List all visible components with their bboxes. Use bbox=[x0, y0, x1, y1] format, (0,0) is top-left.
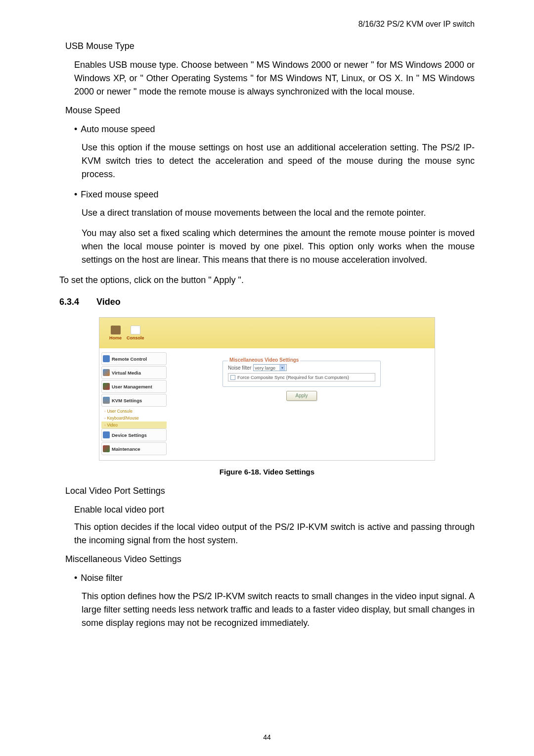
page-header: 8/16/32 PS/2 KVM over IP switch bbox=[59, 20, 475, 29]
auto-speed-bullet: Auto mouse speed bbox=[74, 123, 475, 136]
page-number: 44 bbox=[0, 733, 534, 741]
usb-mouse-body: Enables USB mouse type. Choose between "… bbox=[74, 58, 475, 98]
nav-device-settings[interactable]: Device Settings bbox=[101, 428, 167, 441]
virtual-media-icon bbox=[103, 369, 110, 376]
ss-body: Remote Control Virtual Media User Manage… bbox=[99, 348, 435, 461]
misc-video-title: Miscellaneous Video Settings bbox=[65, 554, 475, 565]
nav-device-label: Device Settings bbox=[112, 432, 147, 438]
figure-caption: Figure 6-18. Video Settings bbox=[99, 468, 435, 476]
misc-video-fieldset: Miscellaneous Video Settings Noise filte… bbox=[222, 361, 381, 387]
ss-main-panel: Miscellaneous Video Settings Noise filte… bbox=[169, 348, 435, 461]
nav-remote-label: Remote Control bbox=[112, 356, 147, 362]
apply-button[interactable]: Apply bbox=[286, 391, 317, 401]
console-icon bbox=[131, 326, 140, 334]
nav-sub-user-console-label: User Console bbox=[107, 409, 133, 414]
nav-kvm-label: KVM Settings bbox=[112, 398, 142, 403]
fixed-speed-body2: You may also set a fixed scaling which d… bbox=[82, 227, 475, 267]
noise-filter-value: very large bbox=[255, 365, 275, 371]
nav-user-management[interactable]: User Management bbox=[101, 380, 167, 393]
section-heading: 6.3.4 Video bbox=[59, 297, 475, 307]
kvm-settings-icon bbox=[103, 397, 110, 404]
noise-filter-body: This option defines how the PS/2 IP-KVM … bbox=[82, 590, 475, 630]
figure-container: Home Console Remote Control Virtual Medi… bbox=[99, 317, 435, 476]
section-number: 6.3.4 bbox=[59, 297, 79, 307]
nav-user-label: User Management bbox=[112, 384, 152, 389]
local-video-body: This option decides if the local video o… bbox=[74, 520, 475, 547]
nav-maint-label: Maintenance bbox=[112, 446, 140, 452]
usb-mouse-title: USB Mouse Type bbox=[65, 41, 475, 51]
nav-maintenance[interactable]: Maintenance bbox=[101, 442, 167, 455]
nav-media-label: Virtual Media bbox=[112, 370, 141, 376]
nav-sub-user-console[interactable]: ◦ User Console bbox=[101, 408, 167, 415]
nav-remote-control[interactable]: Remote Control bbox=[101, 352, 167, 365]
fieldset-legend: Miscellaneous Video Settings bbox=[228, 357, 300, 363]
force-composite-row: Force Composite Sync (Required for Sun C… bbox=[228, 373, 375, 381]
tab-console[interactable]: Console bbox=[127, 326, 144, 340]
nav-sub-keyboard[interactable]: ◦ Keyboard/Mouse bbox=[101, 415, 167, 422]
tab-console-label: Console bbox=[127, 335, 144, 340]
force-composite-checkbox[interactable] bbox=[230, 375, 235, 380]
chevron-down-icon: ▾ bbox=[279, 365, 285, 371]
apply-instructions: To set the options, click on the button … bbox=[59, 274, 475, 287]
fixed-speed-bullet: Fixed mouse speed bbox=[74, 188, 475, 201]
ss-header: Home Console bbox=[99, 318, 435, 348]
mouse-speed-title: Mouse Speed bbox=[65, 105, 475, 116]
noise-filter-label: Noise filter bbox=[228, 365, 251, 371]
noise-filter-bullet: Noise filter bbox=[74, 571, 475, 585]
device-settings-icon bbox=[103, 431, 110, 438]
nav-virtual-media[interactable]: Virtual Media bbox=[101, 366, 167, 379]
local-video-sub: Enable local video port bbox=[74, 503, 475, 517]
nav-sub-keyboard-label: Keyboard/Mouse bbox=[107, 416, 138, 421]
auto-speed-body: Use this option if the mouse settings on… bbox=[82, 141, 475, 181]
local-video-title: Local Video Port Settings bbox=[65, 486, 475, 496]
nav-sub-video[interactable]: ◦ Video bbox=[101, 422, 167, 428]
section-title: Video bbox=[96, 297, 121, 307]
tab-home-label: Home bbox=[109, 335, 122, 340]
noise-filter-select[interactable]: very large ▾ bbox=[253, 364, 287, 371]
video-settings-screenshot: Home Console Remote Control Virtual Medi… bbox=[99, 317, 435, 461]
remote-control-icon bbox=[103, 355, 110, 362]
user-management-icon bbox=[103, 383, 110, 390]
fixed-speed-body1: Use a direct translation of mouse moveme… bbox=[82, 206, 475, 220]
ss-sidebar: Remote Control Virtual Media User Manage… bbox=[99, 348, 169, 461]
force-composite-label: Force Composite Sync (Required for Sun C… bbox=[237, 375, 349, 380]
nav-sub-video-label: Video bbox=[107, 423, 118, 427]
home-icon bbox=[111, 326, 121, 334]
nav-kvm-settings[interactable]: KVM Settings bbox=[101, 394, 167, 407]
noise-filter-row: Noise filter very large ▾ bbox=[228, 364, 375, 371]
tab-home[interactable]: Home bbox=[109, 326, 122, 340]
maintenance-icon bbox=[103, 445, 110, 452]
